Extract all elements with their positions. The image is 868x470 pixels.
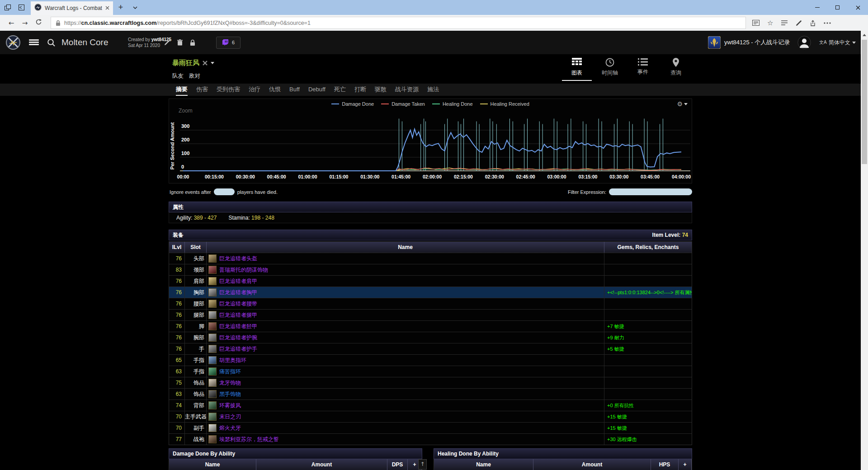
wcl-logo[interactable] [5, 31, 21, 54]
tab-buffs[interactable]: Buff [289, 84, 300, 96]
item-link[interactable]: 龙牙饰物 [219, 377, 241, 388]
chart-filters: Ignore events after players have died. F… [169, 188, 692, 197]
scrollbar-thumb[interactable] [862, 40, 867, 164]
view-tab-events[interactable]: 事件 [628, 58, 658, 81]
gear-table: ILvlSlotNameGems, Relics, Enchants 76头部巨… [169, 241, 692, 445]
search-icon[interactable] [47, 31, 56, 54]
subtab-enemies[interactable]: 敌对 [189, 72, 200, 80]
edit-pencil-icon[interactable] [164, 31, 170, 54]
enchant-cell: +15 敏捷 [604, 423, 692, 433]
item-level-value: 74 [682, 232, 688, 238]
tab-damage-done[interactable]: 伤害 [196, 84, 208, 96]
item-link[interactable]: 巨龙追猎者胸甲 [219, 287, 257, 298]
gear-row: 76脚巨龙追猎者胫甲+7 敏捷 [169, 320, 692, 332]
refresh-button[interactable] [32, 19, 45, 27]
tab-debuffs[interactable]: Debuff [308, 84, 326, 96]
tab-healing[interactable]: 治疗 [249, 84, 260, 96]
hub-icon[interactable] [781, 20, 788, 26]
item-link[interactable]: 巨龙追猎者腰带 [219, 298, 257, 309]
set-tabs-aside-icon[interactable] [18, 5, 24, 10]
browser-tab[interactable]: Warcraft Logs - Combat [31, 1, 113, 15]
share-icon[interactable] [810, 20, 816, 26]
tab-close-icon[interactable] [105, 5, 109, 11]
view-tab-timeline[interactable]: 时间轴 [595, 58, 625, 81]
damage-by-ability-panel: Damage Done By Ability NameAmountDPS+ [169, 448, 422, 470]
column-header: Gems, Relics, Enchants [604, 242, 692, 253]
item-link[interactable]: 巨龙追猎者头盔 [219, 253, 257, 264]
item-link[interactable]: 胡里奥指环 [219, 355, 246, 366]
tab-damage-taken[interactable]: 受到伤害 [217, 84, 240, 96]
tab-resources[interactable]: 战斗资源 [395, 84, 419, 96]
web-notes-icon[interactable] [796, 20, 802, 26]
forward-button[interactable]: → [18, 19, 32, 27]
scrollbar-up-arrow[interactable] [863, 34, 866, 36]
tab-dispels[interactable]: 驱散 [375, 84, 387, 96]
item-icon [208, 311, 217, 319]
item-link[interactable]: 巨龙追猎者腿甲 [219, 310, 257, 320]
tab-preview-icon[interactable] [5, 5, 11, 10]
enchant-cell: +0 所有抗性 [604, 400, 692, 411]
twitch-badge[interactable]: 6 [216, 31, 241, 54]
deaths-cutoff-input[interactable] [214, 188, 235, 195]
gear-table-header: ILvlSlotNameGems, Relics, Enchants [169, 242, 692, 253]
clock-icon [605, 58, 614, 67]
item-link[interactable]: 痛苦指环 [219, 366, 241, 377]
tab-threat[interactable]: 仇恨 [269, 84, 281, 96]
item-link[interactable]: 巨龙追猎者胫甲 [219, 321, 257, 332]
tab-summary[interactable]: 摘要 [176, 84, 188, 96]
svg-text:Per Second Amount: Per Second Amount [170, 122, 175, 169]
tab-interrupts[interactable]: 打断 [354, 84, 366, 96]
item-link[interactable]: 末日之刃 [219, 411, 241, 422]
user-menu[interactable]: ywt84125 - 个人战斗记录 [724, 31, 790, 54]
item-link[interactable]: 环雾披风 [219, 400, 241, 411]
tab-casts[interactable]: 施法 [427, 84, 439, 96]
new-tab-button[interactable]: + [113, 0, 128, 15]
gear-row: 76胸部巨龙追猎者胸甲+<!--pts1:0:0:13824-->0<!----… [169, 287, 692, 298]
item-icon [208, 356, 217, 364]
item-link[interactable]: 巨龙追猎者护手 [219, 343, 257, 354]
item-link[interactable]: 普瑞斯托的阴谋饰物 [219, 264, 268, 275]
players-died-label: players have died. [237, 189, 278, 195]
menu-hamburger-icon[interactable] [29, 38, 39, 46]
scroll-to-top-button[interactable]: ↑ [418, 459, 427, 470]
subtab-friendlies[interactable]: 队友 [172, 72, 184, 80]
address-field[interactable]: https://cn.classic.warcraftlogs.com/repo… [51, 17, 746, 29]
svg-text:03:30:00: 03:30:00 [609, 174, 628, 179]
tab-deaths[interactable]: 死亡 [334, 84, 346, 96]
filter-expression-input[interactable] [609, 188, 692, 195]
item-link[interactable]: 熔火犬牙 [219, 423, 241, 433]
svg-text:02:30:00: 02:30:00 [485, 174, 504, 179]
svg-text:00:30:00: 00:30:00 [236, 174, 255, 179]
item-link[interactable]: 埃瑟利亚苏尔，惩戒之誓 [219, 434, 279, 445]
delete-trash-icon[interactable] [177, 31, 183, 54]
boss-name[interactable]: 暴雨狂风 [172, 59, 199, 67]
twitch-icon [222, 39, 229, 46]
reading-view-icon[interactable] [752, 20, 760, 26]
settings-ellipsis-icon[interactable] [824, 22, 831, 24]
svg-text:03:45:00: 03:45:00 [641, 174, 660, 179]
enchant-cell [604, 298, 692, 309]
close-button[interactable] [848, 0, 868, 15]
svg-text:100: 100 [181, 150, 189, 156]
item-link[interactable]: 巨龙追猎者护腕 [219, 332, 257, 343]
item-link[interactable]: 黑手饰物 [219, 389, 241, 400]
minimize-button[interactable] [807, 0, 827, 15]
lock-icon[interactable] [190, 31, 195, 54]
view-tab-chart[interactable]: 图表 [562, 58, 592, 81]
avatar[interactable] [797, 31, 811, 54]
back-button[interactable]: ← [5, 19, 18, 27]
enchant-cell [604, 310, 692, 320]
item-icon [208, 300, 217, 308]
tab-list-chevron-icon[interactable] [128, 0, 142, 15]
remove-boss-icon[interactable] [203, 61, 208, 66]
maximize-button[interactable] [827, 0, 848, 15]
column-header[interactable]: + [679, 459, 692, 470]
favorites-star-icon[interactable]: ☆ [767, 19, 773, 27]
page-scrollbar[interactable] [861, 31, 868, 470]
view-tab-queries[interactable]: 查询 [661, 58, 691, 81]
boss-dropdown-icon[interactable] [211, 62, 214, 64]
item-link[interactable]: 巨龙追猎者肩甲 [219, 276, 257, 287]
language-selector[interactable]: 文A 简体中文 [819, 31, 856, 54]
summary-chart[interactable]: Damage DoneDamage TakenHealing DoneHeali… [169, 99, 692, 183]
enchant-cell [604, 389, 692, 400]
